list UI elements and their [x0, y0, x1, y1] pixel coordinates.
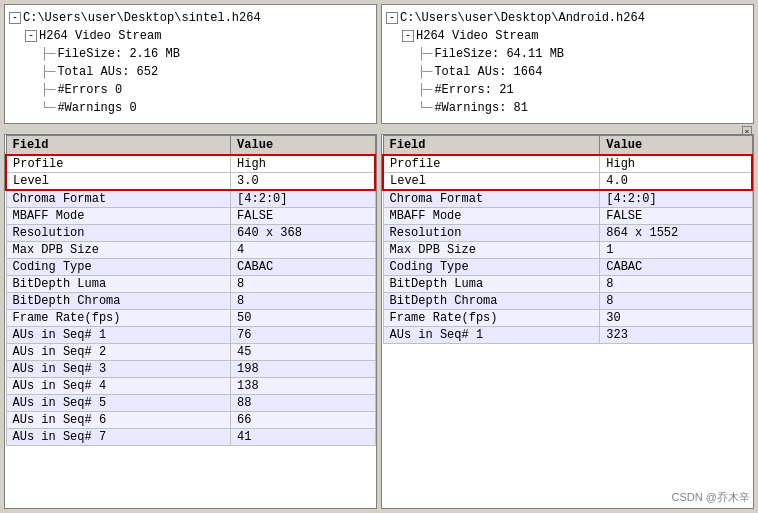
left-value-cell: 138 — [231, 378, 375, 395]
left-value-cell: 88 — [231, 395, 375, 412]
left-field-cell: MBAFF Mode — [6, 208, 231, 225]
left-table-row[interactable]: AUs in Seq# 666 — [6, 412, 375, 429]
left-field-cell: AUs in Seq# 1 — [6, 327, 231, 344]
right-table-row[interactable]: BitDepth Luma8 — [383, 276, 752, 293]
right-table-row[interactable]: BitDepth Chroma8 — [383, 293, 752, 310]
left-table-row[interactable]: AUs in Seq# 176 — [6, 327, 375, 344]
bottom-panels: Field Value ProfileHighLevel3.0Chroma Fo… — [4, 134, 754, 509]
left-field-cell: AUs in Seq# 3 — [6, 361, 231, 378]
right-field-cell: Coding Type — [383, 259, 600, 276]
left-table-row[interactable]: AUs in Seq# 4138 — [6, 378, 375, 395]
right-expand-root[interactable]: - — [386, 12, 398, 24]
right-table-panel[interactable]: Field Value ProfileHighLevel4.0Chroma Fo… — [381, 134, 754, 509]
right-filesize: FileSize: 64.11 MB — [434, 45, 564, 63]
left-table-row[interactable]: Coding TypeCABAC — [6, 259, 375, 276]
left-table-row[interactable]: Max DPB Size4 — [6, 242, 375, 259]
right-value-cell: 8 — [600, 293, 752, 310]
left-errors: #Errors 0 — [57, 81, 122, 99]
right-table-row[interactable]: Resolution864 x 1552 — [383, 225, 752, 242]
left-field-cell: Level — [6, 173, 231, 191]
left-tree-errors: ├─ #Errors 0 — [41, 81, 372, 99]
right-table-row[interactable]: Chroma Format[4:2:0] — [383, 190, 752, 208]
right-table-row[interactable]: MBAFF ModeFALSE — [383, 208, 752, 225]
left-table: Field Value ProfileHighLevel3.0Chroma Fo… — [5, 135, 376, 446]
left-table-header: Field Value — [6, 136, 375, 156]
left-value-cell: 50 — [231, 310, 375, 327]
left-table-row[interactable]: AUs in Seq# 245 — [6, 344, 375, 361]
left-field-cell: Coding Type — [6, 259, 231, 276]
right-field-cell: MBAFF Mode — [383, 208, 600, 225]
left-table-row[interactable]: BitDepth Chroma8 — [6, 293, 375, 310]
left-value-cell: 8 — [231, 293, 375, 310]
left-expand-root[interactable]: - — [9, 12, 21, 24]
main-container: - C:\Users\user\Desktop\sintel.h264 - H2… — [0, 0, 758, 513]
right-connector-1: ├─ — [418, 45, 432, 63]
top-panels: - C:\Users\user\Desktop\sintel.h264 - H2… — [4, 4, 754, 124]
right-tree-root: - C:\Users\user\Desktop\Android.h264 — [386, 9, 749, 27]
left-table-row[interactable]: ProfileHigh — [6, 155, 375, 173]
right-expand-stream[interactable]: - — [402, 30, 414, 42]
left-table-row[interactable]: Resolution640 x 368 — [6, 225, 375, 242]
left-table-row[interactable]: MBAFF ModeFALSE — [6, 208, 375, 225]
right-table-row[interactable]: Coding TypeCABAC — [383, 259, 752, 276]
right-field-cell: BitDepth Chroma — [383, 293, 600, 310]
left-field-cell: AUs in Seq# 5 — [6, 395, 231, 412]
right-table: Field Value ProfileHighLevel4.0Chroma Fo… — [382, 135, 753, 344]
right-field-cell: AUs in Seq# 1 — [383, 327, 600, 344]
right-value-cell: 8 — [600, 276, 752, 293]
left-connector-3: ├─ — [41, 81, 55, 99]
left-connector-2: ├─ — [41, 63, 55, 81]
left-field-cell: Profile — [6, 155, 231, 173]
left-warnings: #Warnings 0 — [57, 99, 136, 117]
left-field-cell: AUs in Seq# 7 — [6, 429, 231, 446]
left-tree-warnings: └─ #Warnings 0 — [41, 99, 372, 117]
right-value-cell: High — [600, 155, 752, 173]
right-value-cell: 323 — [600, 327, 752, 344]
left-table-row[interactable]: Level3.0 — [6, 173, 375, 191]
left-value-cell: 76 — [231, 327, 375, 344]
right-table-row[interactable]: Max DPB Size1 — [383, 242, 752, 259]
left-table-row[interactable]: AUs in Seq# 3198 — [6, 361, 375, 378]
left-value-cell: 198 — [231, 361, 375, 378]
right-connector-2: ├─ — [418, 63, 432, 81]
right-connector-4: └─ — [418, 99, 432, 117]
watermark: CSDN @乔木辛 — [672, 490, 750, 505]
right-value-cell: 864 x 1552 — [600, 225, 752, 242]
left-value-cell: 66 — [231, 412, 375, 429]
left-table-row[interactable]: AUs in Seq# 741 — [6, 429, 375, 446]
left-tree-root: - C:\Users\user\Desktop\sintel.h264 — [9, 9, 372, 27]
right-table-header: Field Value — [383, 136, 752, 156]
left-connector-4: └─ — [41, 99, 55, 117]
right-value-cell: 4.0 — [600, 173, 752, 191]
left-value-cell: 45 — [231, 344, 375, 361]
left-field-cell: Chroma Format — [6, 190, 231, 208]
left-field-cell: Frame Rate(fps) — [6, 310, 231, 327]
right-table-row[interactable]: AUs in Seq# 1323 — [383, 327, 752, 344]
right-table-row[interactable]: Frame Rate(fps)30 — [383, 310, 752, 327]
left-table-row[interactable]: AUs in Seq# 588 — [6, 395, 375, 412]
left-stream-label: H264 Video Stream — [39, 27, 161, 45]
left-col-value: Value — [231, 136, 375, 156]
left-table-row[interactable]: BitDepth Luma8 — [6, 276, 375, 293]
right-table-row[interactable]: Level4.0 — [383, 173, 752, 191]
right-tree-filesize: ├─ FileSize: 64.11 MB — [418, 45, 749, 63]
left-expand-stream[interactable]: - — [25, 30, 37, 42]
right-warnings: #Warnings: 81 — [434, 99, 528, 117]
right-stream-label: H264 Video Stream — [416, 27, 538, 45]
left-table-row[interactable]: Frame Rate(fps)50 — [6, 310, 375, 327]
left-field-cell: AUs in Seq# 4 — [6, 378, 231, 395]
right-root-label: C:\Users\user\Desktop\Android.h264 — [400, 9, 645, 27]
left-field-cell: AUs in Seq# 6 — [6, 412, 231, 429]
left-field-cell: BitDepth Chroma — [6, 293, 231, 310]
right-connector-3: ├─ — [418, 81, 432, 99]
right-tree-warnings: └─ #Warnings: 81 — [418, 99, 749, 117]
right-tree-stream: - H264 Video Stream — [402, 27, 749, 45]
left-table-panel[interactable]: Field Value ProfileHighLevel3.0Chroma Fo… — [4, 134, 377, 509]
left-field-cell: Max DPB Size — [6, 242, 231, 259]
left-table-row[interactable]: Chroma Format[4:2:0] — [6, 190, 375, 208]
left-tree-panel: - C:\Users\user\Desktop\sintel.h264 - H2… — [4, 4, 377, 124]
right-tree-totalaus: ├─ Total AUs: 1664 — [418, 63, 749, 81]
right-table-row[interactable]: ProfileHigh — [383, 155, 752, 173]
right-tree-errors: ├─ #Errors: 21 — [418, 81, 749, 99]
left-value-cell: 8 — [231, 276, 375, 293]
